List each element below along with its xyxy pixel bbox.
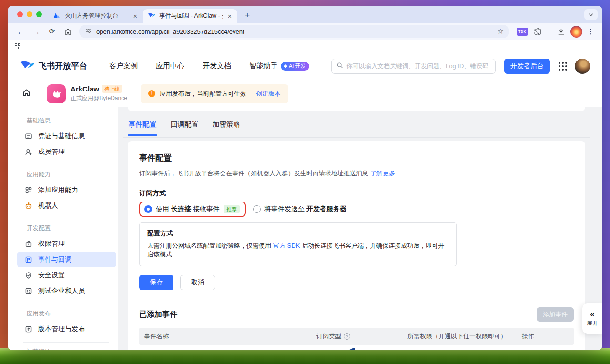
config-method-title: 配置方式	[147, 229, 448, 238]
apps-grid-icon[interactable]	[15, 43, 20, 49]
body-region: 基础信息 凭证与基础信息 成员管理 应用能力 添加应用能力 机器人	[8, 107, 602, 350]
nav-dev-docs[interactable]: 开发文档	[203, 61, 231, 71]
browser-window: 火山方舟管理控制台 × 事件与回调 - ArkClaw - 开发者 × + ← …	[8, 6, 602, 350]
cancel-button[interactable]: 取消	[180, 275, 215, 290]
event-config-card: 事件配置 订阅事件后，飞书开放平台将会在事件（如机器人入群）发生时向请求地址推送…	[128, 141, 585, 350]
red-highlight-box: 使用 长连接 接收事件 推荐	[139, 202, 246, 217]
url-text[interactable]: open.larkoffice.com/app/cli_a92033257d21…	[96, 28, 491, 35]
official-sdk-link[interactable]: 官方 SDK	[273, 242, 300, 249]
events-table-header: 事件名称 订阅类型 ? 所需权限（开通以下任一权限即可） 操作	[139, 328, 574, 345]
tab-search-chevron-button[interactable]	[584, 9, 598, 20]
top-nav: 客户案例 应用中心 开发文档 智能助手 AI 开发	[109, 61, 309, 71]
console-home-icon[interactable]	[22, 88, 31, 99]
browser-tab-volcengine[interactable]: 火山方舟管理控制台 ×	[49, 9, 143, 23]
sidebar-item-events-callbacks[interactable]: 事件与回调	[17, 252, 116, 267]
page: 飞书开放平台 客户案例 应用中心 开发文档 智能助手 AI 开发	[8, 52, 602, 350]
doc-search-box[interactable]	[331, 59, 496, 74]
browser-tab-lark-event[interactable]: 事件与回调 - ArkClaw - 开发者 ×	[143, 9, 237, 23]
banner-text: 应用发布后，当前配置方可生效	[160, 90, 246, 98]
radio-long-connection[interactable]	[144, 205, 152, 213]
tab-callback-config[interactable]: 回调配置	[171, 120, 198, 129]
app-launcher-icon[interactable]	[559, 62, 567, 71]
save-button[interactable]: 保存	[139, 275, 173, 290]
developer-console-button[interactable]: 开发者后台	[504, 59, 550, 74]
app-name: ArkClaw	[71, 85, 99, 93]
upload-square-icon	[25, 325, 32, 333]
col-required-permissions: 所需权限（开通以下任一权限即可）	[407, 332, 522, 341]
app-header-row: ArkClaw 待上线 正式应用@ByteDance ! 应用发布后，当前配置方…	[8, 80, 602, 107]
divider	[39, 89, 39, 99]
shield-check-icon	[25, 272, 32, 279]
radio-developer-server[interactable]	[253, 205, 261, 213]
downloads-icon[interactable]	[555, 25, 567, 38]
recommended-badge: 推荐	[224, 205, 240, 213]
section-description: 订阅事件后，飞书开放平台将会在事件（如机器人入群）发生时向请求地址推送消息了解更…	[139, 169, 574, 178]
nav-customer-cases[interactable]: 客户案例	[109, 61, 138, 71]
nav-app-center[interactable]: 应用中心	[156, 61, 184, 71]
help-icon[interactable]: ?	[344, 333, 350, 340]
tab-title: 火山方舟管理控制台	[65, 12, 129, 20]
learn-more-link[interactable]: 了解更多	[370, 170, 395, 177]
browser-profile-avatar[interactable]	[570, 26, 582, 38]
brand[interactable]: 飞书开放平台	[20, 60, 87, 72]
added-events-title: 已添加事件	[139, 310, 177, 320]
sidebar-divider	[23, 304, 109, 304]
scrolled-card-remnant	[128, 107, 585, 111]
new-tab-button[interactable]: +	[241, 9, 254, 21]
sidebar-item-credentials[interactable]: 凭证与基础信息	[17, 128, 116, 144]
toolbar-separator	[549, 27, 549, 36]
add-event-button[interactable]: 添加事件	[537, 307, 574, 322]
feishu-favicon-icon	[148, 12, 155, 20]
traffic-lights	[17, 11, 42, 17]
sidebar-group-release: 应用发布	[27, 310, 118, 318]
tab-strip: 火山方舟管理控制台 × 事件与回调 - ArkClaw - 开发者 × +	[8, 6, 602, 23]
brand-name: 飞书开放平台	[39, 61, 87, 71]
sidebar-item-security[interactable]: 安全设置	[17, 267, 116, 283]
option-long-connection-label[interactable]: 使用 长连接 接收事件	[156, 205, 220, 213]
col-event-name: 事件名称	[139, 332, 316, 341]
subscribe-method-label: 订阅方式	[139, 189, 574, 198]
nav-ai-assistant[interactable]: 智能助手 AI 开发	[249, 61, 309, 71]
bookmark-star-icon[interactable]: ☆	[496, 27, 506, 36]
tab-close-icon[interactable]: ×	[227, 12, 233, 20]
option-developer-server-label: 将事件发送至 开发者服务器	[264, 205, 348, 213]
tab-encryption-strategy[interactable]: 加密策略	[213, 120, 240, 129]
sidebar-item-add-capability[interactable]: 添加应用能力	[17, 182, 116, 198]
app-icon-arkclaw[interactable]	[47, 84, 66, 103]
tabs-divider	[123, 137, 590, 138]
close-window-button[interactable]	[17, 11, 23, 17]
home-button[interactable]	[61, 25, 74, 38]
extensions-puzzle-icon[interactable]	[531, 25, 544, 38]
subscribe-options: 使用 长连接 接收事件 推荐 将事件发送至 开发者服务器	[139, 202, 574, 217]
reload-button[interactable]: ⟳	[46, 25, 58, 38]
tab-close-icon[interactable]: ×	[132, 12, 138, 20]
sidebar-item-members[interactable]: 成员管理	[17, 144, 116, 160]
warning-icon: !	[148, 90, 155, 97]
minimize-window-button[interactable]	[27, 11, 32, 17]
sidebar-item-test-company[interactable]: 测试企业和人员	[17, 283, 116, 299]
address-bar[interactable]: open.larkoffice.com/app/cli_a92033257d21…	[79, 25, 509, 38]
expand-panel-button[interactable]: « 展开	[582, 303, 602, 334]
tab-event-config[interactable]: 事件配置	[129, 120, 156, 129]
create-version-link[interactable]: 创建版本	[256, 90, 281, 98]
option-developer-server[interactable]: 将事件发送至 开发者服务器	[253, 205, 348, 213]
zoom-window-button[interactable]	[36, 11, 42, 17]
col-actions: 操作	[522, 332, 534, 341]
sidebar-item-version-release[interactable]: 版本管理与发布	[17, 321, 116, 337]
form-actions: 保存 取消	[139, 275, 574, 290]
forward-button[interactable]: →	[30, 25, 42, 38]
code-square-icon	[25, 287, 32, 295]
sidebar-item-permissions[interactable]: 权限管理	[17, 236, 116, 252]
tdk-extension-icon[interactable]: TDK	[517, 28, 528, 36]
user-avatar[interactable]	[575, 59, 590, 74]
volcengine-favicon-icon	[53, 12, 61, 20]
search-icon	[336, 62, 343, 71]
search-input[interactable]	[346, 62, 490, 70]
browser-menu-icon[interactable]: ⋮	[586, 27, 596, 36]
sidebar-item-bot[interactable]: 机器人	[17, 198, 116, 213]
expand-label: 展开	[587, 319, 598, 327]
site-settings-icon[interactable]	[85, 27, 92, 36]
feishu-logo-icon	[20, 60, 34, 72]
back-button[interactable]: ←	[14, 25, 27, 38]
empty-state-illustration	[139, 347, 574, 350]
